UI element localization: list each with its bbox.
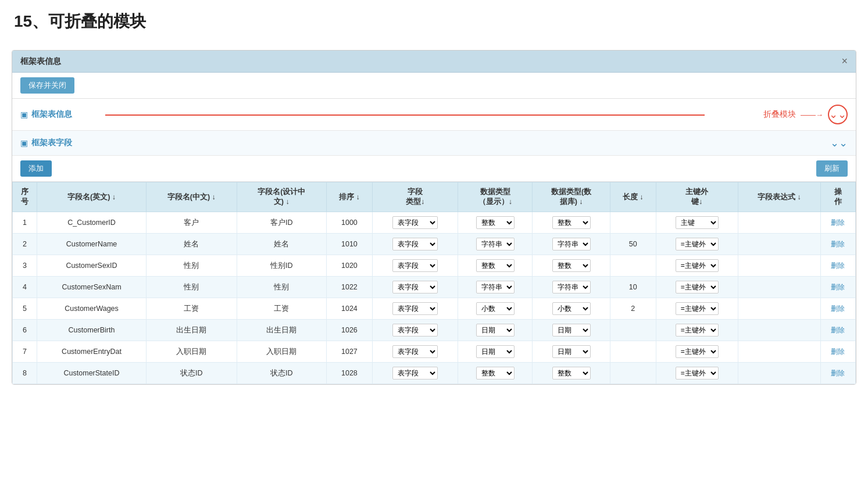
cell-data-type-db[interactable]: 整数字符串小数日期布尔 [533, 255, 610, 277]
cell-primary-key[interactable]: 主键=主键外外键无 [656, 363, 738, 384]
field-type-select[interactable]: 表字段虚字段关联字段 [392, 345, 438, 358]
cell-field-cn: 工资 [146, 298, 237, 320]
data-type-db-select[interactable]: 整数字符串小数日期布尔 [552, 302, 591, 315]
cell-action[interactable]: 删除 [820, 363, 855, 384]
data-type-db-select[interactable]: 整数字符串小数日期布尔 [552, 238, 591, 250]
primary-key-select[interactable]: 主键=主键外外键无 [676, 324, 719, 337]
cell-data-type-db[interactable]: 整数字符串小数日期布尔 [533, 277, 610, 298]
primary-key-select[interactable]: 主键=主键外外键无 [676, 216, 719, 229]
primary-key-select[interactable]: 主键=主键外外键无 [676, 281, 719, 293]
col-field-design: 字段名(设计中文) ↓ [237, 182, 326, 212]
data-type-display-select[interactable]: 整数字符串小数日期布尔 [476, 302, 515, 315]
cell-action[interactable]: 删除 [820, 298, 855, 320]
section1-icon: ▣ [20, 110, 28, 119]
cell-length [610, 320, 656, 341]
field-type-select[interactable]: 表字段虚字段关联字段 [392, 324, 438, 337]
cell-field-type[interactable]: 表字段虚字段关联字段 [372, 341, 458, 363]
cell-field-type[interactable]: 表字段虚字段关联字段 [372, 363, 458, 384]
field-type-select[interactable]: 表字段虚字段关联字段 [392, 281, 438, 293]
cell-data-type-display[interactable]: 整数字符串小数日期布尔 [458, 234, 533, 255]
delete-button[interactable]: 删除 [831, 282, 845, 292]
cell-action[interactable]: 删除 [820, 234, 855, 255]
cell-field-type[interactable]: 表字段虚字段关联字段 [372, 320, 458, 341]
data-type-db-select[interactable]: 整数字符串小数日期布尔 [552, 259, 591, 272]
delete-button[interactable]: 删除 [831, 261, 845, 271]
data-type-display-select[interactable]: 整数字符串小数日期布尔 [476, 367, 515, 380]
cell-sort: 1022 [326, 277, 372, 298]
data-type-db-select[interactable]: 整数字符串小数日期布尔 [552, 216, 591, 229]
data-type-db-select[interactable]: 整数字符串小数日期布尔 [552, 281, 591, 293]
cell-data-type-display[interactable]: 整数字符串小数日期布尔 [458, 341, 533, 363]
cell-action[interactable]: 删除 [820, 320, 855, 341]
data-type-display-select[interactable]: 整数字符串小数日期布尔 [476, 259, 515, 272]
section2-fold-button[interactable]: ⌄⌄ [830, 137, 848, 149]
cell-action[interactable]: 删除 [820, 212, 855, 234]
cell-data-type-db[interactable]: 整数字符串小数日期布尔 [533, 298, 610, 320]
cell-data-type-db[interactable]: 整数字符串小数日期布尔 [533, 341, 610, 363]
data-type-display-select[interactable]: 整数字符串小数日期布尔 [476, 216, 515, 229]
refresh-button[interactable]: 刷新 [816, 160, 848, 177]
cell-data-type-db[interactable]: 整数字符串小数日期布尔 [533, 212, 610, 234]
fold-button[interactable]: ⌄⌄ [828, 105, 848, 124]
primary-key-select[interactable]: 主键=主键外外键无 [676, 367, 719, 380]
cell-field-type[interactable]: 表字段虚字段关联字段 [372, 298, 458, 320]
cell-primary-key[interactable]: 主键=主键外外键无 [656, 277, 738, 298]
table-row: 3 CustomerSexID 性别 性别ID 1020 表字段虚字段关联字段 … [13, 255, 856, 277]
cell-field-type[interactable]: 表字段虚字段关联字段 [372, 212, 458, 234]
cell-action[interactable]: 删除 [820, 341, 855, 363]
field-type-select[interactable]: 表字段虚字段关联字段 [392, 302, 438, 315]
delete-button[interactable]: 删除 [831, 304, 845, 314]
cell-field-expr [738, 320, 820, 341]
data-type-db-select[interactable]: 整数字符串小数日期布尔 [552, 367, 591, 380]
cell-action[interactable]: 删除 [820, 255, 855, 277]
cell-no: 8 [13, 363, 37, 384]
close-button[interactable]: × [841, 55, 848, 67]
data-type-display-select[interactable]: 整数字符串小数日期布尔 [476, 281, 515, 293]
cell-length: 50 [610, 234, 656, 255]
field-type-select[interactable]: 表字段虚字段关联字段 [392, 259, 438, 272]
field-type-select[interactable]: 表字段虚字段关联字段 [392, 367, 438, 380]
cell-data-type-db[interactable]: 整数字符串小数日期布尔 [533, 234, 610, 255]
cell-field-type[interactable]: 表字段虚字段关联字段 [372, 234, 458, 255]
cell-primary-key[interactable]: 主键=主键外外键无 [656, 298, 738, 320]
cell-data-type-display[interactable]: 整数字符串小数日期布尔 [458, 212, 533, 234]
cell-data-type-display[interactable]: 整数字符串小数日期布尔 [458, 255, 533, 277]
cell-data-type-db[interactable]: 整数字符串小数日期布尔 [533, 363, 610, 384]
cell-data-type-display[interactable]: 整数字符串小数日期布尔 [458, 298, 533, 320]
cell-primary-key[interactable]: 主键=主键外外键无 [656, 320, 738, 341]
cell-data-type-display[interactable]: 整数字符串小数日期布尔 [458, 363, 533, 384]
cell-field-expr [738, 341, 820, 363]
field-type-select[interactable]: 表字段虚字段关联字段 [392, 238, 438, 250]
delete-button[interactable]: 删除 [831, 218, 845, 228]
cell-data-type-display[interactable]: 整数字符串小数日期布尔 [458, 277, 533, 298]
cell-field-cn: 姓名 [146, 234, 237, 255]
add-button[interactable]: 添加 [20, 160, 52, 177]
data-type-display-select[interactable]: 整数字符串小数日期布尔 [476, 345, 515, 358]
cell-primary-key[interactable]: 主键=主键外外键无 [656, 212, 738, 234]
save-close-button[interactable]: 保存并关闭 [20, 77, 74, 94]
cell-primary-key[interactable]: 主键=主键外外键无 [656, 255, 738, 277]
data-type-db-select[interactable]: 整数字符串小数日期布尔 [552, 324, 591, 337]
cell-primary-key[interactable]: 主键=主键外外键无 [656, 341, 738, 363]
cell-data-type-db[interactable]: 整数字符串小数日期布尔 [533, 320, 610, 341]
cell-field-type[interactable]: 表字段虚字段关联字段 [372, 255, 458, 277]
cell-data-type-display[interactable]: 整数字符串小数日期布尔 [458, 320, 533, 341]
cell-primary-key[interactable]: 主键=主键外外键无 [656, 234, 738, 255]
delete-button[interactable]: 删除 [831, 347, 845, 357]
cell-no: 1 [13, 212, 37, 234]
cell-field-type[interactable]: 表字段虚字段关联字段 [372, 277, 458, 298]
delete-button[interactable]: 删除 [831, 368, 845, 378]
data-type-display-select[interactable]: 整数字符串小数日期布尔 [476, 238, 515, 250]
cell-action[interactable]: 删除 [820, 277, 855, 298]
primary-key-select[interactable]: 主键=主键外外键无 [676, 345, 719, 358]
col-data-type-display: 数据类型（显示）↓ [458, 182, 533, 212]
primary-key-select[interactable]: 主键=主键外外键无 [676, 302, 719, 315]
delete-button[interactable]: 删除 [831, 325, 845, 335]
delete-button[interactable]: 删除 [831, 239, 845, 249]
data-type-db-select[interactable]: 整数字符串小数日期布尔 [552, 345, 591, 358]
primary-key-select[interactable]: 主键=主键外外键无 [676, 238, 719, 250]
data-type-display-select[interactable]: 整数字符串小数日期布尔 [476, 324, 515, 337]
annotation-arrow: ——→ [801, 110, 823, 119]
primary-key-select[interactable]: 主键=主键外外键无 [676, 259, 719, 272]
field-type-select[interactable]: 表字段虚字段关联字段 [392, 216, 438, 229]
